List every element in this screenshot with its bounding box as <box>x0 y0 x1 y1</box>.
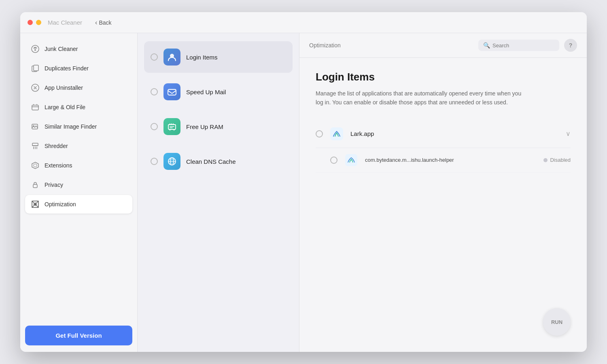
lark-radio[interactable] <box>316 130 323 138</box>
privacy-icon <box>31 180 40 189</box>
svg-rect-14 <box>168 125 176 129</box>
back-button[interactable]: ‹ Back <box>95 19 111 26</box>
svg-rect-10 <box>33 184 37 188</box>
speed-up-mail-icon <box>163 83 180 100</box>
app-uninstaller-icon <box>31 83 40 92</box>
large-old-file-icon <box>31 103 40 112</box>
svg-rect-2 <box>34 65 38 71</box>
extensions-icon <box>31 161 40 170</box>
right-panel: Optimization 🔍 ? Login Items Manage the … <box>299 33 587 352</box>
svg-rect-18 <box>345 154 357 166</box>
junk-cleaner-label: Junk Cleaner <box>45 46 78 52</box>
clean-dns-cache-radio[interactable] <box>151 158 158 165</box>
helper-status-badge: Disabled <box>543 157 571 163</box>
help-button[interactable]: ? <box>564 39 577 52</box>
app-list: Lark.app ∨ <box>316 120 571 173</box>
opt-item-login-items[interactable]: Login Items <box>144 41 293 73</box>
search-bar[interactable]: 🔍 <box>478 40 559 51</box>
status-dot <box>543 158 548 162</box>
svg-rect-4 <box>32 105 38 110</box>
optimization-icon <box>31 200 40 209</box>
svg-rect-13 <box>168 89 176 95</box>
traffic-lights <box>28 20 41 25</box>
login-items-label: Login Items <box>186 54 218 61</box>
run-button[interactable]: RUN <box>543 308 571 336</box>
helper-radio[interactable] <box>330 157 337 164</box>
speed-up-mail-label: Speed Up Mail <box>186 89 226 95</box>
svg-rect-7 <box>32 143 38 146</box>
middle-panel: Login Items Speed Up Mail <box>138 33 299 352</box>
right-header: Optimization 🔍 ? <box>299 33 587 58</box>
sidebar-item-junk-cleaner[interactable]: Junk Cleaner <box>25 40 132 58</box>
free-up-ram-radio[interactable] <box>151 123 158 130</box>
svg-point-6 <box>33 125 34 127</box>
duplicates-finder-label: Duplicates Finder <box>45 65 89 72</box>
minimize-button[interactable] <box>36 20 41 25</box>
svg-rect-17 <box>330 127 343 140</box>
opt-item-free-up-ram[interactable]: Free Up RAM <box>144 111 293 142</box>
extensions-label: Extensions <box>45 162 72 169</box>
clean-dns-cache-icon <box>163 153 180 170</box>
svg-marker-8 <box>32 162 38 169</box>
sidebar-item-app-uninstaller[interactable]: App Uninstaller <box>25 78 132 97</box>
optimization-label: Optimization <box>45 201 76 207</box>
sidebar: Junk Cleaner Duplicates Finder <box>20 33 138 352</box>
sidebar-item-optimization[interactable]: Optimization <box>25 195 132 214</box>
app-uninstaller-label: App Uninstaller <box>45 85 83 91</box>
titlebar: Mac Cleaner ‹ Back <box>20 12 587 33</box>
helper-status-label: Disabled <box>550 157 571 163</box>
lark-app-icon <box>329 127 344 141</box>
similar-image-finder-icon <box>31 122 40 131</box>
lark-app-name: Lark.app <box>350 130 559 137</box>
duplicates-finder-icon <box>31 64 40 73</box>
svg-point-0 <box>32 45 39 53</box>
search-icon: 🔍 <box>483 42 490 49</box>
sidebar-item-large-old-file[interactable]: Large & Old File <box>25 98 132 116</box>
sidebar-item-duplicates-finder[interactable]: Duplicates Finder <box>25 59 132 78</box>
back-arrow-icon: ‹ <box>95 19 97 26</box>
speed-up-mail-radio[interactable] <box>151 88 158 95</box>
shredder-icon <box>31 142 40 150</box>
sidebar-item-shredder[interactable]: Shredder <box>25 137 132 155</box>
free-up-ram-label: Free Up RAM <box>186 123 223 130</box>
similar-image-finder-label: Similar Image Finder <box>45 123 97 130</box>
search-input[interactable] <box>492 42 560 49</box>
sidebar-item-privacy[interactable]: Privacy <box>25 176 132 194</box>
right-content: Login Items Manage the list of applicati… <box>299 58 587 352</box>
get-full-version-button[interactable]: Get Full Version <box>25 326 132 345</box>
free-up-ram-icon <box>163 118 180 135</box>
large-old-file-label: Large & Old File <box>45 104 85 110</box>
opt-item-clean-dns-cache[interactable]: Clean DNS Cache <box>144 146 293 177</box>
section-label: Optimization <box>309 42 341 49</box>
back-label: Back <box>99 19 111 26</box>
shredder-label: Shredder <box>45 143 68 149</box>
privacy-label: Privacy <box>45 182 63 188</box>
content-description: Manage the list of applications that are… <box>316 89 526 107</box>
opt-item-speed-up-mail[interactable]: Speed Up Mail <box>144 76 293 108</box>
sub-app-row-helper: com.bytedance.m...ishu.launch-helper Dis… <box>316 148 571 173</box>
login-items-radio[interactable] <box>151 53 158 61</box>
svg-marker-9 <box>34 164 37 167</box>
close-button[interactable] <box>28 20 33 25</box>
lark-helper-icon <box>344 153 359 167</box>
sidebar-item-extensions[interactable]: Extensions <box>25 156 132 175</box>
helper-app-name: com.bytedance.m...ishu.launch-helper <box>365 157 537 163</box>
sidebar-item-similar-image-finder[interactable]: Similar Image Finder <box>25 117 132 136</box>
app-row-lark: Lark.app ∨ <box>316 120 571 148</box>
login-items-icon <box>163 49 180 66</box>
junk-cleaner-icon <box>31 44 40 53</box>
content-title: Login Items <box>316 71 571 83</box>
clean-dns-cache-label: Clean DNS Cache <box>186 158 236 165</box>
lark-chevron-icon[interactable]: ∨ <box>566 130 571 138</box>
app-title: Mac Cleaner <box>48 19 82 26</box>
